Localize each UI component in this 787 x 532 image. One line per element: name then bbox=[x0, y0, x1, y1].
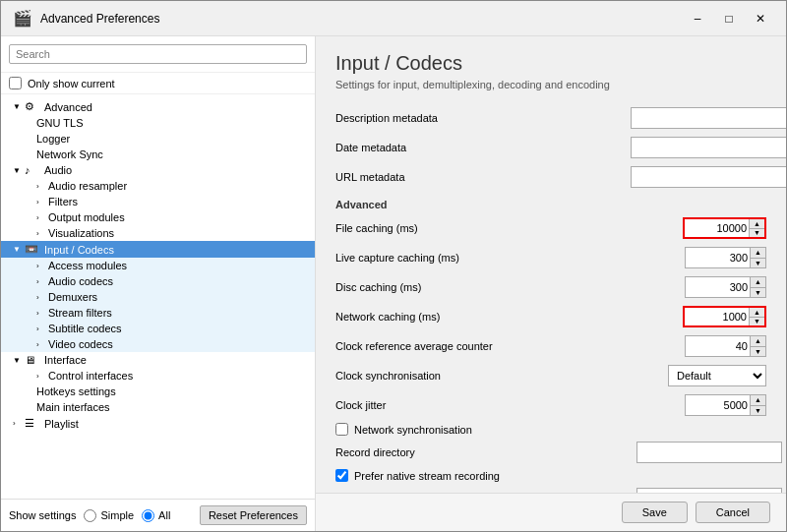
cancel-button[interactable]: Cancel bbox=[696, 502, 770, 523]
sidebar-item-label: Audio codecs bbox=[48, 275, 113, 287]
sidebar-item-audio[interactable]: ▼ ♪ Audio bbox=[1, 162, 315, 178]
increment-arrow[interactable]: ▲ bbox=[750, 277, 765, 288]
interface-icon: 🖥 bbox=[25, 354, 40, 366]
sidebar-item-playlist[interactable]: › ☰ Playlist bbox=[1, 415, 315, 432]
file-caching-value: ▲ ▼ bbox=[631, 217, 766, 239]
sidebar-item-label: Advanced bbox=[44, 101, 92, 113]
sidebar-item-logger[interactable]: Logger bbox=[1, 131, 315, 147]
decrement-arrow[interactable]: ▼ bbox=[750, 288, 765, 298]
all-radio-label[interactable]: All bbox=[142, 509, 170, 522]
network-caching-spinner[interactable]: ▲ ▼ bbox=[683, 306, 766, 327]
url-metadata-input[interactable] bbox=[631, 166, 786, 188]
sidebar-item-label: Video codecs bbox=[48, 338, 113, 350]
codec-icon: 📼 bbox=[25, 243, 40, 256]
playlist-icon: ☰ bbox=[25, 417, 40, 430]
sidebar-item-label: Visualizations bbox=[48, 227, 114, 239]
clock-ref-label: Clock reference average counter bbox=[335, 340, 631, 352]
clock-jitter-label: Clock jitter bbox=[335, 399, 631, 411]
disc-caching-row: Disc caching (ms) ▲ ▼ bbox=[335, 275, 766, 299]
increment-arrow[interactable]: ▲ bbox=[750, 395, 765, 406]
sidebar-item-filters[interactable]: › Filters bbox=[1, 194, 315, 209]
native-stream-checkbox[interactable] bbox=[335, 469, 348, 482]
reset-preferences-button[interactable]: Reset Preferences bbox=[200, 505, 307, 525]
chevron-right-icon: › bbox=[36, 229, 48, 238]
decrement-arrow[interactable]: ▼ bbox=[749, 318, 764, 326]
sidebar-item-label: Audio resampler bbox=[48, 180, 127, 192]
increment-arrow[interactable]: ▲ bbox=[749, 308, 764, 318]
sidebar-item-access-modules[interactable]: › Access modules bbox=[1, 258, 315, 273]
sidebar-item-label: Interface bbox=[44, 354, 87, 366]
simple-radio[interactable] bbox=[84, 509, 96, 522]
spinner-arrows: ▲ ▼ bbox=[750, 277, 765, 297]
panel-title: Input / Codecs bbox=[335, 52, 766, 75]
description-metadata-input[interactable] bbox=[631, 107, 786, 129]
app-window: 🎬 Advanced Preferences – □ ✕ Only show c… bbox=[0, 0, 787, 532]
sidebar-item-main-interfaces[interactable]: Main interfaces bbox=[1, 399, 315, 415]
chevron-right-icon: › bbox=[36, 198, 48, 207]
date-metadata-input[interactable] bbox=[631, 137, 786, 158]
only-current-label: Only show current bbox=[28, 78, 115, 89]
clock-ref-spinner[interactable]: ▲ ▼ bbox=[685, 335, 766, 357]
file-caching-spinner[interactable]: ▲ ▼ bbox=[683, 217, 766, 239]
network-caching-label: Network caching (ms) bbox=[335, 311, 631, 323]
window-title: Advanced Preferences bbox=[40, 12, 676, 26]
increment-arrow[interactable]: ▲ bbox=[750, 248, 765, 259]
url-metadata-row: URL metadata bbox=[335, 165, 766, 189]
panel-subtitle: Settings for input, demultiplexing, deco… bbox=[335, 79, 766, 90]
clock-ref-input[interactable] bbox=[686, 336, 750, 356]
sidebar-item-label: Audio bbox=[44, 164, 72, 176]
search-input[interactable] bbox=[9, 44, 307, 64]
panel-content: Description metadata Date metadata URL m… bbox=[316, 98, 786, 493]
minimize-button[interactable]: – bbox=[684, 9, 711, 29]
sidebar-item-control-interfaces[interactable]: › Control interfaces bbox=[1, 368, 315, 384]
decrement-arrow[interactable]: ▼ bbox=[750, 259, 765, 268]
sidebar-item-video-codecs[interactable]: › Video codecs bbox=[1, 336, 315, 352]
clock-ref-row: Clock reference average counter ▲ ▼ bbox=[335, 334, 766, 358]
increment-arrow[interactable]: ▲ bbox=[749, 219, 764, 229]
sidebar-item-demuxers[interactable]: › Demuxers bbox=[1, 289, 315, 305]
right-panel: Input / Codecs Settings for input, demul… bbox=[316, 36, 786, 531]
sidebar-item-audio-codecs[interactable]: › Audio codecs bbox=[1, 273, 315, 289]
simple-radio-label[interactable]: Simple bbox=[84, 509, 134, 522]
sidebar-item-gnu-tls[interactable]: GNU TLS bbox=[1, 115, 315, 131]
network-caching-input[interactable] bbox=[685, 308, 749, 325]
disc-caching-spinner[interactable]: ▲ ▼ bbox=[685, 276, 766, 298]
sidebar-item-hotkeys[interactable]: Hotkeys settings bbox=[1, 384, 315, 399]
record-dir-input[interactable] bbox=[636, 442, 782, 463]
sidebar-item-input-codecs[interactable]: ▼ 📼 Input / Codecs bbox=[1, 241, 315, 258]
sidebar-footer: Show settings Simple All Reset Preferenc… bbox=[1, 499, 315, 531]
decrement-arrow[interactable]: ▼ bbox=[749, 229, 764, 238]
sidebar-item-network-sync[interactable]: Network Sync bbox=[1, 147, 315, 162]
only-current-checkbox[interactable] bbox=[9, 77, 22, 89]
file-caching-row: File caching (ms) ▲ ▼ bbox=[335, 216, 766, 240]
spinner-arrows: ▲ ▼ bbox=[749, 219, 764, 237]
maximize-button[interactable]: □ bbox=[715, 9, 743, 29]
sidebar-item-visualizations[interactable]: › Visualizations bbox=[1, 225, 315, 241]
clock-sync-select[interactable]: Default PTS NTP bbox=[668, 365, 766, 386]
description-metadata-value bbox=[631, 107, 786, 129]
close-button[interactable]: ✕ bbox=[747, 9, 774, 29]
increment-arrow[interactable]: ▲ bbox=[750, 336, 765, 347]
disc-caching-label: Disc caching (ms) bbox=[335, 281, 631, 293]
tree: ▼ ⚙ Advanced GNU TLS Logger Network Sync… bbox=[1, 94, 315, 499]
sidebar-item-output-modules[interactable]: › Output modules bbox=[1, 209, 315, 225]
clock-jitter-input[interactable] bbox=[686, 395, 750, 415]
live-caching-input[interactable] bbox=[686, 248, 750, 267]
sidebar-item-audio-resampler[interactable]: › Audio resampler bbox=[1, 178, 315, 194]
network-caching-row: Network caching (ms) ▲ ▼ bbox=[335, 305, 766, 328]
all-radio[interactable] bbox=[142, 509, 154, 522]
sidebar-item-advanced[interactable]: ▼ ⚙ Advanced bbox=[1, 98, 315, 115]
clock-sync-value: Default PTS NTP bbox=[631, 365, 766, 386]
sidebar-item-stream-filters[interactable]: › Stream filters bbox=[1, 305, 315, 321]
audio-icon: ♪ bbox=[25, 164, 40, 176]
save-button[interactable]: Save bbox=[622, 502, 688, 523]
disc-caching-input[interactable] bbox=[686, 277, 750, 297]
file-caching-input[interactable] bbox=[685, 219, 749, 237]
live-caching-spinner[interactable]: ▲ ▼ bbox=[685, 247, 766, 268]
network-sync-checkbox[interactable] bbox=[335, 423, 348, 436]
decrement-arrow[interactable]: ▼ bbox=[750, 347, 765, 357]
sidebar-item-subtitle-codecs[interactable]: › Subtitle codecs bbox=[1, 321, 315, 336]
sidebar-item-interface[interactable]: ▼ 🖥 Interface bbox=[1, 352, 315, 368]
decrement-arrow[interactable]: ▼ bbox=[750, 406, 765, 416]
clock-jitter-spinner[interactable]: ▲ ▼ bbox=[685, 394, 766, 416]
